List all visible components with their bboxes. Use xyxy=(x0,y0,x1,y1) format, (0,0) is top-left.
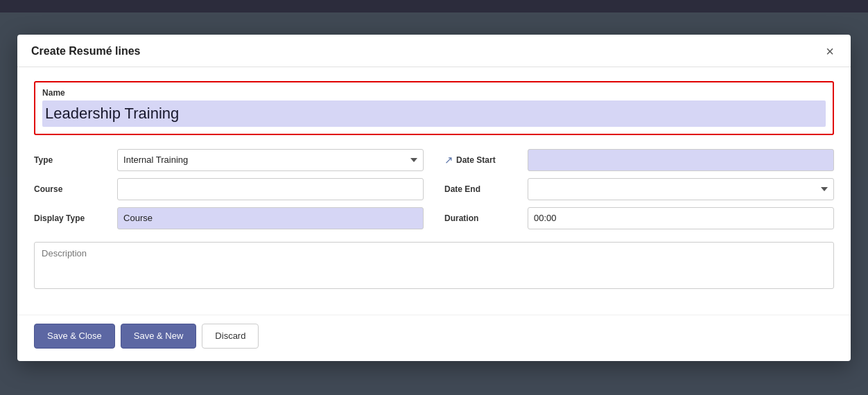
date-start-input[interactable] xyxy=(528,149,834,171)
description-textarea[interactable] xyxy=(34,242,834,289)
name-label: Name xyxy=(42,88,826,98)
modal-close-button[interactable]: × xyxy=(823,44,837,58)
display-type-row: Display Type Course Education Experience… xyxy=(34,207,424,229)
type-select[interactable]: Internal Training External Training Othe… xyxy=(117,149,424,171)
modal-body: Name Type Internal Training External Tra… xyxy=(17,67,851,315)
form-right: ↗ Date Start Date End Duration xyxy=(444,149,834,229)
modal-dialog: Create Resumé lines × Name Type Internal… xyxy=(17,35,851,361)
modal-footer: Save & Close Save & New Discard xyxy=(17,315,851,361)
date-end-input[interactable] xyxy=(528,178,834,200)
type-label: Type xyxy=(34,155,117,165)
description-section xyxy=(34,242,834,291)
date-start-row: ↗ Date Start xyxy=(444,149,834,171)
name-input[interactable] xyxy=(42,100,826,127)
top-bar xyxy=(0,0,868,12)
display-type-label: Display Type xyxy=(34,213,117,223)
course-row: Course xyxy=(34,178,424,200)
course-input[interactable] xyxy=(117,178,424,200)
name-section: Name xyxy=(34,81,834,135)
course-label: Course xyxy=(34,184,117,194)
save-new-button[interactable]: Save & New xyxy=(121,324,197,349)
date-end-label: Date End xyxy=(444,184,528,194)
discard-button[interactable]: Discard xyxy=(202,324,259,349)
modal-title: Create Resumé lines xyxy=(31,45,140,58)
date-end-row: Date End xyxy=(444,178,834,200)
duration-label: Duration xyxy=(444,213,528,223)
form-left: Type Internal Training External Training… xyxy=(34,149,424,229)
form-grid: Type Internal Training External Training… xyxy=(34,149,834,229)
date-start-label: Date Start xyxy=(456,155,519,165)
save-close-button[interactable]: Save & Close xyxy=(34,324,115,349)
duration-input[interactable] xyxy=(528,207,834,229)
external-link-icon[interactable]: ↗ xyxy=(444,154,453,166)
duration-row: Duration xyxy=(444,207,834,229)
modal-header: Create Resumé lines × xyxy=(17,35,851,67)
display-type-select[interactable]: Course Education Experience Internal Oth… xyxy=(117,207,424,229)
type-row: Type Internal Training External Training… xyxy=(34,149,424,171)
